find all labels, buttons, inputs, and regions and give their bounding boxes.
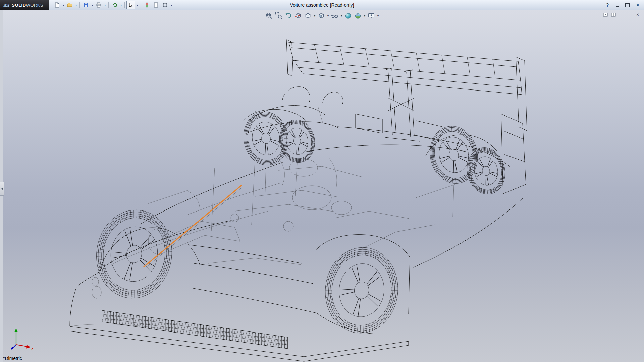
document-restore-button[interactable]: [627, 12, 633, 17]
triad-y-axis: [15, 328, 18, 332]
triad-x-label: x: [31, 346, 34, 350]
brand-name-bold: SOLID: [12, 3, 26, 8]
triad-x-axis: [26, 345, 31, 349]
apply-scene-caret[interactable]: ▾: [363, 14, 366, 17]
zoom-to-fit-icon: [265, 12, 273, 19]
hub-rear-right-far: [463, 144, 509, 198]
view-settings-caret[interactable]: ▾: [377, 14, 379, 17]
toolbar-separator: [124, 2, 125, 8]
quick-access-toolbar: ▾ ▾ ▾ ▾ ▾ ▾: [53, 1, 173, 9]
hide-show-items-button[interactable]: [330, 11, 339, 20]
window-layout-button[interactable]: [610, 12, 616, 17]
graphics-area[interactable]: ▾ ▾ ▾ ▾ ▾: [0, 10, 644, 362]
wheel-front-left: [91, 205, 178, 303]
section-view-button[interactable]: [294, 11, 303, 20]
print-caret[interactable]: ▾: [103, 4, 107, 7]
orientation-triad: x: [8, 326, 36, 352]
document-minimize-icon: [620, 16, 623, 16]
solidworks-window: 3S SOLIDWORKS ▾ ▾ ▾ ▾ ▾ ▾: [0, 0, 644, 362]
view-orientation-button[interactable]: [304, 11, 312, 20]
save-icon: [83, 2, 89, 8]
previous-view-button[interactable]: [284, 11, 293, 20]
new-document-icon: [54, 2, 60, 8]
radiator-grille: [102, 310, 287, 349]
help-button[interactable]: ?: [604, 2, 611, 8]
maximize-icon: [625, 3, 630, 7]
window-title: Voiture assomblee [Read-only]: [290, 2, 354, 8]
save-button[interactable]: [82, 1, 90, 9]
view-settings-button[interactable]: [367, 11, 376, 20]
rebuild-button[interactable]: [143, 1, 151, 9]
zoom-to-area-icon: [275, 12, 282, 19]
minimize-button[interactable]: [614, 2, 621, 8]
view-orientation-cube-icon: [304, 12, 312, 19]
rod-edge: [145, 187, 243, 268]
solidworks-logo: 3S SOLIDWORKS: [0, 0, 49, 10]
zoom-to-fit-button[interactable]: [265, 11, 273, 20]
undo-button[interactable]: [110, 1, 119, 9]
minimize-icon: [616, 6, 619, 7]
select-button[interactable]: [126, 1, 135, 9]
open-folder-icon: [67, 2, 73, 8]
new-document-button[interactable]: [53, 1, 61, 9]
display-style-button[interactable]: [317, 11, 326, 20]
print-icon: [96, 2, 102, 8]
select-cursor-icon: [128, 2, 134, 8]
edit-appearance-ball-icon: [344, 12, 352, 19]
view-orientation-label: *Dimetric: [3, 356, 22, 361]
dassault-logo-glyph: 3S: [3, 2, 9, 8]
wheel-front-right-far: [239, 108, 292, 169]
chassis-details: [70, 107, 455, 331]
print-button[interactable]: [94, 1, 103, 9]
hub-front-right-far: [276, 117, 318, 165]
file-properties-icon: [153, 2, 159, 8]
headsup-view-toolbar: ▾ ▾ ▾ ▾ ▾: [265, 11, 379, 20]
options-caret[interactable]: ▾: [170, 4, 173, 7]
section-view-icon: [294, 12, 302, 19]
display-style-caret[interactable]: ▾: [327, 14, 329, 17]
previous-window-icon: [603, 12, 608, 17]
view-orientation-caret[interactable]: ▾: [313, 14, 316, 17]
apply-scene-button[interactable]: [354, 11, 362, 20]
select-caret[interactable]: ▾: [136, 4, 139, 7]
window-layout-icon: [611, 12, 616, 17]
open-caret[interactable]: ▾: [74, 4, 78, 7]
previous-window-button[interactable]: [602, 12, 608, 17]
undo-caret[interactable]: ▾: [119, 4, 123, 7]
titlebar: 3S SOLIDWORKS ▾ ▾ ▾ ▾ ▾ ▾: [0, 0, 644, 10]
selected-edge[interactable]: [144, 185, 241, 267]
file-properties-button[interactable]: [152, 1, 160, 9]
collapse-arrow-icon: [1, 187, 3, 190]
document-minimize-button[interactable]: [619, 12, 625, 17]
zoom-to-area-button[interactable]: [274, 11, 283, 20]
open-button[interactable]: [65, 1, 74, 9]
undo-icon: [112, 2, 118, 8]
hide-show-items-caret[interactable]: ▾: [340, 14, 343, 17]
options-button[interactable]: [161, 1, 169, 9]
window-controls: ? ×: [604, 2, 644, 8]
options-gear-icon: [162, 2, 168, 8]
previous-view-icon: [285, 12, 292, 19]
rear-wing: [286, 40, 527, 131]
new-document-caret[interactable]: ▾: [62, 4, 65, 7]
toolbar-separator: [141, 2, 141, 8]
document-close-button[interactable]: ×: [635, 12, 641, 17]
wing-ribs: [314, 44, 495, 78]
car-wireframe-model: [0, 10, 644, 362]
rebuild-stoplight-icon: [144, 2, 150, 8]
toolbar-separator: [79, 2, 80, 8]
hide-show-glasses-icon: [331, 12, 338, 19]
document-window-controls: ×: [602, 12, 641, 17]
edit-appearance-button[interactable]: [344, 11, 353, 20]
close-button[interactable]: ×: [634, 2, 641, 8]
toolbar-separator: [108, 2, 109, 8]
apply-scene-icon: [354, 12, 362, 19]
view-settings-icon: [368, 12, 375, 19]
save-caret[interactable]: ▾: [91, 4, 94, 7]
featuremanager-flyout-tab[interactable]: [0, 182, 4, 196]
display-style-cube-icon: [318, 12, 325, 19]
maximize-button[interactable]: [624, 2, 631, 8]
document-restore-icon: [628, 13, 631, 16]
wing-supports: [385, 68, 420, 141]
brand-name-light: WORKS: [26, 3, 44, 8]
